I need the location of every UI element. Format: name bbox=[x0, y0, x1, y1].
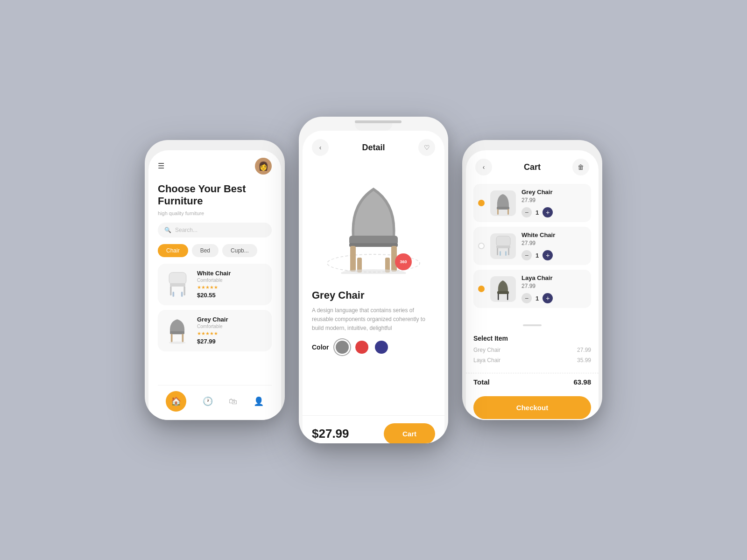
product-tag-grey: Comfortable bbox=[197, 324, 266, 329]
nav-home[interactable]: 🏠 bbox=[166, 391, 186, 412]
select-title: Select Item bbox=[473, 335, 591, 342]
back-button[interactable]: ‹ bbox=[312, 139, 329, 156]
cart-item-price-grey: 27.99 bbox=[521, 197, 586, 203]
svg-rect-17 bbox=[497, 207, 509, 210]
home-subtitle: high quality furniture bbox=[158, 210, 272, 216]
svg-rect-7 bbox=[171, 334, 173, 343]
qty-controls-white: − 1 + bbox=[521, 250, 586, 260]
qty-minus-white[interactable]: − bbox=[521, 250, 532, 260]
svg-rect-23 bbox=[508, 248, 509, 255]
detail-product-name: Grey Chair bbox=[312, 289, 435, 301]
cart-back-button[interactable]: ‹ bbox=[475, 159, 492, 175]
cart-select-laya[interactable] bbox=[478, 286, 485, 292]
home-title: Choose Your Best Furniture bbox=[158, 183, 272, 208]
select-laya-price: 35.99 bbox=[577, 357, 591, 364]
product-info-grey: Grey Chair Comfortable ★★★★★ $27.99 bbox=[197, 316, 266, 345]
detail-header: ‹ Detail ♡ bbox=[303, 131, 444, 161]
color-red[interactable] bbox=[355, 341, 368, 354]
svg-rect-22 bbox=[497, 248, 498, 255]
qty-num-white: 1 bbox=[536, 252, 539, 259]
qty-controls-grey: − 1 + bbox=[521, 207, 586, 217]
cart-item-laya[interactable]: Laya Chair 27.99 − 1 + bbox=[473, 270, 591, 308]
qty-plus-white[interactable]: + bbox=[543, 250, 553, 260]
badge-360[interactable]: 360 bbox=[395, 253, 412, 270]
qty-plus-laya[interactable]: + bbox=[543, 293, 553, 303]
color-grey[interactable] bbox=[336, 341, 349, 354]
select-grey-name: Grey Chair bbox=[473, 347, 500, 353]
category-chair[interactable]: Chair bbox=[158, 244, 188, 257]
right-screen: ‹ Cart 🗑 bbox=[466, 150, 599, 420]
product-name-white: White Chair bbox=[197, 270, 266, 277]
phones-container: ☰ 👩 Choose Your Best Furniture high qual… bbox=[145, 117, 602, 443]
phone-center: ‹ Detail ♡ bbox=[299, 117, 448, 443]
svg-rect-18 bbox=[497, 209, 499, 215]
cart-item-price-white: 27.99 bbox=[521, 240, 586, 246]
cart-title: Cart bbox=[524, 162, 541, 172]
chair-image-area: 360 bbox=[303, 161, 444, 282]
cart-select-grey[interactable] bbox=[478, 200, 485, 206]
center-screen: ‹ Detail ♡ bbox=[303, 131, 444, 443]
cart-thumb-laya bbox=[490, 276, 516, 302]
cart-items: Grey Chair 27.99 − 1 + bbox=[466, 180, 599, 320]
product-price-grey: $27.99 bbox=[197, 338, 266, 345]
select-row-laya: Laya Chair 35.99 bbox=[473, 357, 591, 364]
product-stars-grey: ★★★★★ bbox=[197, 331, 266, 336]
select-grey-price: 27.99 bbox=[577, 347, 591, 353]
cart-item-name-grey: Grey Chair bbox=[521, 189, 586, 196]
qty-plus-grey[interactable]: + bbox=[543, 207, 553, 217]
cart-item-grey[interactable]: Grey Chair 27.99 − 1 + bbox=[473, 184, 591, 222]
nav-profile[interactable]: 👤 bbox=[254, 396, 264, 406]
category-bed[interactable]: Bed bbox=[192, 244, 218, 257]
left-screen: ☰ 👩 Choose Your Best Furniture high qual… bbox=[148, 150, 281, 420]
svg-rect-8 bbox=[182, 334, 184, 343]
qty-minus-laya[interactable]: − bbox=[521, 293, 532, 303]
detail-price: $27.99 bbox=[312, 427, 349, 441]
svg-rect-21 bbox=[496, 245, 510, 248]
qty-minus-grey[interactable]: − bbox=[521, 207, 532, 217]
svg-rect-1 bbox=[170, 283, 185, 287]
nav-cart[interactable]: 🛍 bbox=[229, 397, 237, 406]
product-price-white: $20.55 bbox=[197, 292, 266, 299]
product-list: White Chair Comfortable ★★★★★ $20.55 bbox=[158, 264, 272, 385]
left-header: ☰ 👩 bbox=[158, 158, 272, 175]
add-to-cart-button[interactable]: Cart bbox=[384, 423, 435, 443]
select-laya-name: Laya Chair bbox=[473, 357, 500, 364]
cart-select-white[interactable] bbox=[478, 243, 485, 249]
product-name-grey: Grey Chair bbox=[197, 316, 266, 323]
svg-rect-5 bbox=[181, 292, 183, 297]
avatar[interactable]: 👩 bbox=[255, 158, 272, 175]
menu-icon[interactable]: ☰ bbox=[158, 162, 164, 170]
product-card-white[interactable]: White Chair Comfortable ★★★★★ $20.55 bbox=[158, 264, 272, 305]
detail-content: Grey Chair A design language that contai… bbox=[303, 282, 444, 415]
color-label: Color bbox=[312, 343, 329, 351]
svg-rect-11 bbox=[349, 243, 398, 247]
svg-rect-6 bbox=[170, 331, 184, 334]
svg-rect-27 bbox=[498, 294, 499, 300]
phone-left: ☰ 👩 Choose Your Best Furniture high qual… bbox=[145, 140, 285, 420]
cart-item-white[interactable]: White Chair 27.99 − 1 + bbox=[473, 227, 591, 265]
notch-left bbox=[196, 140, 233, 150]
qty-num-laya: 1 bbox=[536, 295, 539, 302]
favorite-button[interactable]: ♡ bbox=[418, 139, 435, 156]
cart-item-info-laya: Laya Chair 27.99 − 1 + bbox=[521, 274, 586, 303]
category-pills: Chair Bed Cupb... bbox=[158, 244, 272, 257]
category-cupboard[interactable]: Cupb... bbox=[222, 244, 257, 257]
total-amount: 63.98 bbox=[573, 378, 591, 386]
cart-thumb-white bbox=[490, 233, 516, 259]
total-row: Total 63.98 bbox=[473, 378, 591, 386]
bottom-nav: 🏠 🕐 🛍 👤 bbox=[158, 385, 272, 419]
product-stars-white: ★★★★★ bbox=[197, 285, 266, 290]
nav-history[interactable]: 🕐 bbox=[203, 396, 213, 406]
svg-rect-20 bbox=[496, 236, 510, 246]
search-bar[interactable]: 🔍 Search... bbox=[158, 223, 272, 238]
detail-description: A design language that contains series o… bbox=[312, 306, 435, 333]
cart-delete-button[interactable]: 🗑 bbox=[572, 159, 589, 175]
svg-rect-28 bbox=[507, 294, 508, 300]
product-card-grey[interactable]: Grey Chair Comfortable ★★★★★ $27.99 bbox=[158, 310, 272, 351]
detail-footer: $27.99 Cart bbox=[303, 415, 444, 443]
svg-rect-0 bbox=[169, 273, 186, 285]
color-blue[interactable] bbox=[375, 341, 388, 354]
product-thumb-white bbox=[163, 269, 191, 300]
svg-rect-3 bbox=[183, 286, 185, 295]
checkout-button[interactable]: Checkout bbox=[473, 396, 591, 419]
